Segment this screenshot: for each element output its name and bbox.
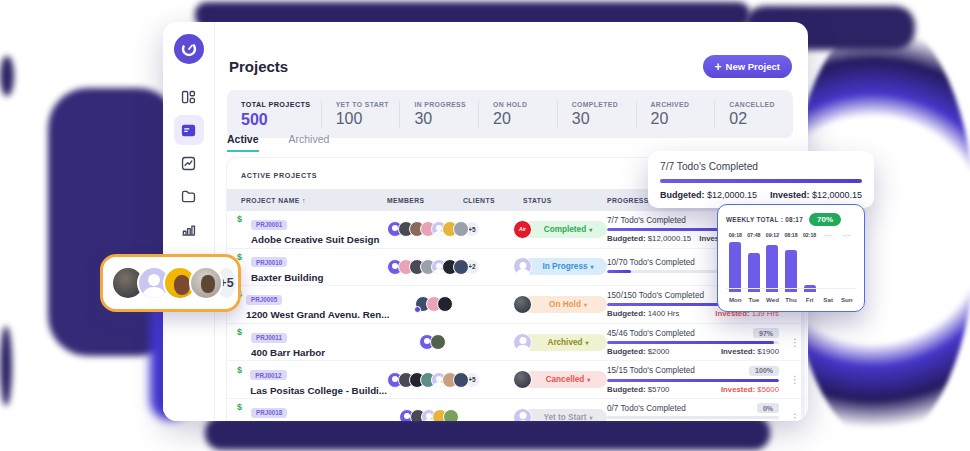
sidebar <box>163 22 215 421</box>
table-row[interactable]: $ PRJ0012 Las Positas College - Buildi..… <box>227 361 806 399</box>
bar-value-label: --:-- <box>824 232 833 240</box>
budget-dollar-icon: $ <box>237 214 247 224</box>
avatar <box>430 334 446 350</box>
avatar <box>443 409 459 421</box>
new-project-button[interactable]: + New Project <box>703 55 792 78</box>
weekly-total-card: WEEKLY TOTAL : 08:17 70% 09:18 Mon 07:48… <box>717 204 865 312</box>
budgeted-value: Budgeted: $5700 <box>607 385 669 394</box>
budget-dollar-icon: $ <box>237 327 247 337</box>
stat-completed: COMPLETED 30 <box>557 101 636 128</box>
sidebar-item-dashboard[interactable] <box>174 82 204 112</box>
budgeted-value: Budgeted: $2000 <box>607 347 669 356</box>
budget-dollar-icon: $ <box>237 365 246 375</box>
page-title: Projects <box>229 58 288 75</box>
bar-wed <box>766 245 778 292</box>
sidebar-item-reports[interactable] <box>174 148 204 178</box>
axis-day-label: Mon <box>729 296 742 303</box>
weekly-bar-chart: 09:18 Mon 07:48 Tue 09:12 Wed 08:18 Thu … <box>726 232 856 308</box>
status-dropdown[interactable]: Completed ▾ <box>523 221 607 238</box>
todo-progress-label: 15/15 Todo's Completed <box>607 366 695 375</box>
status-dropdown[interactable]: Yet to Start ▾ <box>523 409 607 421</box>
stat-yet-to-start: YET TO START 100 <box>321 101 400 128</box>
tab-active[interactable]: Active <box>227 133 259 152</box>
bar-value-label: 09:12 <box>766 232 779 240</box>
axis-day-label: Tue <box>749 296 760 303</box>
weekly-total-title: WEEKLY TOTAL : 08:17 <box>726 216 803 223</box>
column-project-name[interactable]: PROJECT NAME ↑ <box>237 197 387 204</box>
project-name: Las Positas College - Buildi... <box>250 385 387 396</box>
member-avatars: +5 <box>387 221 487 237</box>
status-dropdown[interactable]: In Progress ▾ <box>523 258 607 275</box>
client-logo: Air <box>513 220 532 239</box>
members-popup: +5 <box>100 254 241 312</box>
percent-badge: 0% <box>757 403 779 413</box>
app-window: Projects + New Project TOTAL PROJECTS 50… <box>163 22 808 421</box>
chart-baseline <box>726 288 856 289</box>
percent-badge: 97% <box>753 328 779 338</box>
project-name: Adobe Creative Suit Design <box>251 234 379 245</box>
member-avatars: +2 <box>387 259 487 275</box>
table-row[interactable]: $ PRJ0011 400 Barr Harbor Archived <box>227 324 806 362</box>
avatar <box>453 259 469 275</box>
bar-value-label: --:-- <box>842 232 851 240</box>
bar-value-label: 08:18 <box>784 232 797 240</box>
status-dropdown[interactable]: Archived ▾ <box>523 334 607 351</box>
tab-bar: Active Archived <box>227 133 329 152</box>
axis-day-label: Wed <box>766 296 779 303</box>
decor-speckle-edge <box>0 56 14 96</box>
tab-archived[interactable]: Archived <box>289 133 330 152</box>
new-project-label: New Project <box>726 61 780 72</box>
todo-progress-bar <box>660 179 862 183</box>
invested-value: Invested: $5600 <box>721 385 779 394</box>
todo-progress-label: 45/46 Todo's Completed <box>607 329 695 338</box>
folder-icon <box>180 188 197 205</box>
progress-bar <box>607 379 779 382</box>
bar-value-label: 09:18 <box>729 232 742 240</box>
budgeted-summary: Budgeted: $12,0000.15 <box>660 190 757 200</box>
app-logo-timer-icon <box>174 34 204 64</box>
column-status: STATUS <box>523 197 607 204</box>
member-avatars <box>387 334 487 350</box>
budgeted-value: Budgeted: 1400 Hrs <box>607 309 679 318</box>
stats-strip: TOTAL PROJECTS 500 YET TO START 100 IN P… <box>227 90 793 138</box>
page: Projects + New Project TOTAL PROJECTS 50… <box>0 0 970 451</box>
chevron-down-icon: ▾ <box>590 414 593 421</box>
table-row[interactable]: $ PRJ0018 CVS Pharmacy 921 Market St <box>227 399 806 421</box>
project-name: Baxter Building <box>251 272 323 283</box>
avatar <box>437 296 453 312</box>
sidebar-item-analytics[interactable] <box>174 214 204 244</box>
project-id-badge: PRJ0012 <box>250 370 286 380</box>
chevron-down-icon: ▾ <box>586 339 589 346</box>
project-name: 400 Barr Harbor <box>251 347 325 358</box>
sidebar-item-files[interactable] <box>174 181 204 211</box>
stat-on-hold: ON HOLD 20 <box>478 101 557 128</box>
avatar <box>453 372 469 388</box>
bar-value-label: 07:48 <box>747 232 760 240</box>
invested-value: Invested: $1900 <box>721 347 779 356</box>
avatar <box>189 266 223 300</box>
project-id-badge: PRJ0011 <box>251 333 287 343</box>
axis-day-label: Thu <box>785 296 796 303</box>
stat-cancelled: CANCELLED 02 <box>714 101 793 128</box>
stat-in-progress: IN PROGRESS 30 <box>399 101 478 128</box>
bar-mon <box>729 242 741 292</box>
status-dropdown[interactable]: On Hold ▾ <box>523 296 607 313</box>
trend-chart-icon <box>180 155 197 172</box>
budget-dollar-icon: $ <box>237 252 247 262</box>
budget-dollar-icon: $ <box>237 402 247 412</box>
todo-progress-label: 150/150 Todo's Completed <box>607 291 704 300</box>
progress-bar <box>607 416 779 419</box>
project-id-badge: PRJ0010 <box>251 257 287 267</box>
chevron-down-icon: ▾ <box>591 263 594 270</box>
chevron-down-icon: ▾ <box>584 301 587 308</box>
member-avatars <box>387 409 487 421</box>
status-dropdown[interactable]: Cancelled ▾ <box>523 371 607 388</box>
member-avatars <box>387 296 487 312</box>
weekly-percent-badge: 70% <box>809 213 841 226</box>
decor-speckle-edge <box>0 326 12 406</box>
column-clients: CLIENTS <box>463 197 523 204</box>
sidebar-item-projects[interactable] <box>174 115 204 145</box>
todo-summary-card: 7/7 Todo's Completed Budgeted: $12,0000.… <box>648 151 874 208</box>
project-id-badge: PRJ0001 <box>251 220 287 230</box>
axis-day-label: Sun <box>841 296 853 303</box>
